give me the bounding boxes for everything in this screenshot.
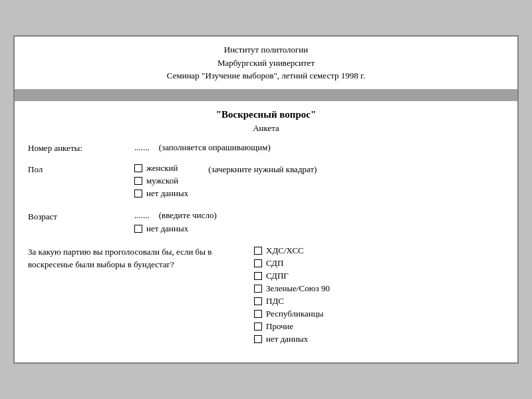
party-checkbox-4[interactable]	[254, 297, 262, 305]
party-option-3: Зеленые/Союз 90	[254, 283, 504, 294]
number-label: Номер анкеты:	[28, 142, 134, 154]
party-checkbox-2[interactable]	[254, 272, 262, 280]
gender-checkboxes: женский мужской нет данных	[134, 163, 188, 201]
gender-checkbox-nodata[interactable]	[134, 190, 142, 198]
party-row: За какую партию вы проголосовали бы, есл…	[28, 245, 504, 346]
party-label-1: СДП	[266, 258, 283, 269]
number-dots: .......	[134, 142, 150, 153]
gender-label: Пол	[28, 163, 134, 175]
party-option-0: ХДС/ХСС	[254, 245, 504, 256]
party-option-6: Прочие	[254, 321, 504, 332]
party-label-6: Прочие	[266, 321, 293, 332]
gender-option-male: мужской	[134, 176, 188, 186]
gender-checkbox-male[interactable]	[134, 177, 142, 185]
age-input-row: ....... (введите число)	[134, 210, 217, 221]
gray-divider	[15, 89, 517, 101]
header-section: Институт политологии Марбургский универс…	[15, 37, 517, 86]
header-line1: Институт политологии	[28, 43, 504, 57]
party-checkbox-1[interactable]	[254, 259, 262, 267]
gender-option-nodata: нет данных	[134, 188, 188, 199]
age-nodata-option: нет данных	[134, 223, 217, 234]
age-label-nodata: нет данных	[146, 223, 188, 234]
party-option-4: ПДС	[254, 296, 504, 307]
age-section: ....... (введите число) нет данных	[134, 210, 217, 236]
party-question: За какую партию вы проголосовали бы, есл…	[28, 245, 254, 271]
form-content: Номер анкеты: ....... (заполняется опраш…	[15, 135, 517, 362]
age-label: Возраст	[28, 210, 134, 222]
gender-hint: (зачеркните нужный квадрат)	[208, 163, 317, 175]
party-options: ХДС/ХСС СДП СДПГ Зеленые/Союз 90 ПДС	[254, 245, 504, 346]
header-line2: Марбургский университет	[28, 57, 504, 70]
main-window: Институт политологии Марбургский универс…	[13, 35, 519, 364]
number-row: Номер анкеты: ....... (заполняется опраш…	[28, 142, 504, 154]
party-option-2: СДПГ	[254, 271, 504, 281]
gender-label-male: мужской	[146, 176, 178, 186]
gender-checkbox-female[interactable]	[134, 164, 142, 172]
gender-option-female: женский	[134, 163, 188, 174]
header-line3: Семинар "Изучение выборов", летний семес…	[28, 69, 504, 82]
party-checkbox-7[interactable]	[254, 335, 262, 343]
age-dots: .......	[134, 210, 150, 221]
gender-label-nodata: нет данных	[146, 188, 188, 199]
party-label-5: Республиканцы	[266, 309, 323, 319]
party-label-2: СДПГ	[266, 271, 289, 281]
age-checkbox-nodata[interactable]	[134, 225, 142, 233]
party-label-0: ХДС/ХСС	[266, 245, 304, 256]
age-row: Возраст ....... (введите число) нет данн…	[28, 210, 504, 236]
number-hint: (заполняется опрашивающим)	[159, 142, 271, 153]
party-option-7: нет данных	[254, 334, 504, 344]
gender-section: женский мужской нет данных (зачеркните н…	[134, 163, 317, 201]
sub-title: Анкета	[28, 123, 504, 134]
party-checkbox-0[interactable]	[254, 247, 262, 255]
gender-row: Пол женский мужской нет данных	[28, 163, 504, 201]
party-label-7: нет данных	[266, 334, 308, 344]
party-checkbox-5[interactable]	[254, 310, 262, 318]
main-title: "Воскресный вопрос"	[28, 109, 504, 120]
party-option-5: Республиканцы	[254, 309, 504, 319]
party-label-3: Зеленые/Союз 90	[266, 283, 330, 294]
party-option-1: СДП	[254, 258, 504, 269]
gender-label-female: женский	[146, 163, 178, 174]
party-checkbox-6[interactable]	[254, 323, 262, 331]
party-label-4: ПДС	[266, 296, 284, 307]
age-hint: (введите число)	[159, 210, 217, 221]
title-section: "Воскресный вопрос" Анкета	[15, 104, 517, 135]
party-checkbox-3[interactable]	[254, 285, 262, 293]
